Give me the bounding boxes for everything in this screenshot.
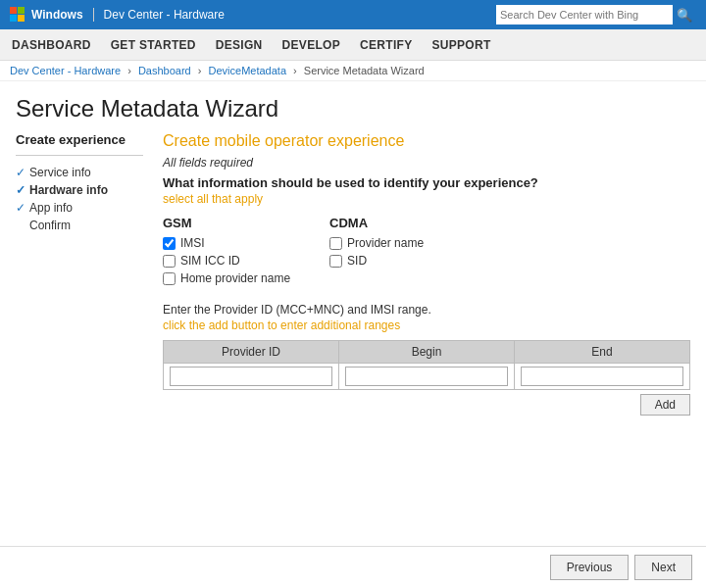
sidebar-label-service: Service info <box>29 166 91 179</box>
sidebar: Create experience ✓ Service info ✓ Hardw… <box>16 132 143 416</box>
nav-dashboard[interactable]: DASHBOARD <box>10 32 93 58</box>
check-icon-confirm: ✓ <box>16 219 25 232</box>
begin-cell <box>339 364 515 390</box>
checkbox-groups: GSM IMSI SIM ICC ID Home provider name C… <box>163 216 690 289</box>
table-input-row <box>164 364 690 390</box>
check-icon-app: ✓ <box>16 201 25 215</box>
cdma-provider-row: Provider name <box>329 236 424 250</box>
provider-id-input[interactable] <box>170 367 332 386</box>
main-layout: Create experience ✓ Service info ✓ Hardw… <box>0 132 706 416</box>
all-fields-required: All fields required <box>163 156 690 170</box>
sidebar-item-app-info[interactable]: ✓ App info <box>16 199 143 217</box>
bottom-bar: Previous Next <box>0 546 706 588</box>
topbar-logo-label: Windows <box>31 8 83 22</box>
search-button[interactable]: 🔍 <box>673 8 696 23</box>
nav-support[interactable]: SUPPORT <box>429 32 492 58</box>
provider-text: Enter the Provider ID (MCC+MNC) and IMSI… <box>163 303 690 317</box>
page-title: Service Metadata Wizard <box>0 81 706 132</box>
gsm-sim-icc-row: SIM ICC ID <box>163 254 290 268</box>
table-header-provider-id: Provider ID <box>164 341 339 364</box>
topbar-logo: Windows <box>10 7 83 23</box>
cdma-sid-row: SID <box>329 254 424 268</box>
svg-rect-0 <box>10 7 17 14</box>
end-input[interactable] <box>521 367 683 386</box>
nav-certify[interactable]: CERTIFY <box>358 32 414 58</box>
search-input[interactable] <box>496 5 673 24</box>
provider-table: Provider ID Begin End <box>163 340 690 390</box>
gsm-group: GSM IMSI SIM ICC ID Home provider name <box>163 216 290 289</box>
gsm-home-provider-label: Home provider name <box>180 271 290 285</box>
gsm-sim-icc-label: SIM ICC ID <box>180 254 240 268</box>
topbar-search-area: 🔍 <box>496 5 696 24</box>
cdma-sid-checkbox[interactable] <box>329 255 342 268</box>
add-range-link[interactable]: click the add button to enter additional… <box>163 318 690 332</box>
breadcrumb: Dev Center - Hardware › Dashboard › Devi… <box>0 61 706 81</box>
sidebar-label-app: App info <box>29 201 73 215</box>
question-label: What information should be used to ident… <box>163 175 690 190</box>
cdma-group: CDMA Provider name SID <box>329 216 424 289</box>
end-cell <box>515 364 690 390</box>
check-icon-service: ✓ <box>16 166 25 179</box>
check-icon-hardware: ✓ <box>16 183 25 197</box>
previous-button[interactable]: Previous <box>550 555 630 580</box>
section-title: Create mobile operator experience <box>163 132 690 150</box>
select-all-link[interactable]: select all that apply <box>163 192 690 206</box>
sidebar-item-service-info[interactable]: ✓ Service info <box>16 164 143 181</box>
cdma-provider-label: Provider name <box>347 236 424 250</box>
cdma-provider-checkbox[interactable] <box>329 237 342 250</box>
svg-rect-1 <box>18 7 25 14</box>
gsm-home-provider-checkbox[interactable] <box>163 272 176 285</box>
topbar-title: Dev Center - Hardware <box>93 8 225 22</box>
gsm-title: GSM <box>163 216 290 230</box>
sidebar-label-confirm: Confirm <box>29 219 71 232</box>
table-header-end: End <box>515 341 690 364</box>
breadcrumb-item-2[interactable]: DeviceMetadata <box>209 65 287 76</box>
begin-input[interactable] <box>345 367 508 386</box>
cdma-title: CDMA <box>329 216 424 230</box>
navbar: DASHBOARD GET STARTED DESIGN DEVELOP CER… <box>0 29 706 61</box>
cdma-sid-label: SID <box>347 254 367 268</box>
gsm-imsi-label: IMSI <box>180 236 205 250</box>
gsm-sim-icc-checkbox[interactable] <box>163 255 176 268</box>
breadcrumb-item-0[interactable]: Dev Center - Hardware <box>10 65 121 76</box>
table-header-begin: Begin <box>339 341 515 364</box>
svg-rect-3 <box>18 15 25 22</box>
windows-logo-icon <box>10 7 25 23</box>
sidebar-divider <box>16 155 143 156</box>
breadcrumb-item-3: Service Metadata Wizard <box>304 65 425 76</box>
gsm-home-provider-row: Home provider name <box>163 271 290 285</box>
sidebar-item-hardware-info[interactable]: ✓ Hardware info <box>16 181 143 199</box>
svg-rect-2 <box>10 15 17 22</box>
provider-id-cell <box>164 364 339 390</box>
add-button[interactable]: Add <box>640 394 690 416</box>
next-button[interactable]: Next <box>634 555 692 580</box>
gsm-imsi-row: IMSI <box>163 236 290 250</box>
sidebar-item-confirm[interactable]: ✓ Confirm <box>16 217 143 234</box>
add-row: Add <box>163 394 690 416</box>
nav-develop[interactable]: DEVELOP <box>280 32 342 58</box>
gsm-imsi-checkbox[interactable] <box>163 237 176 250</box>
sidebar-label-hardware: Hardware info <box>29 183 108 197</box>
sidebar-title: Create experience <box>16 132 143 147</box>
content-area: Create mobile operator experience All fi… <box>163 132 690 416</box>
nav-get-started[interactable]: GET STARTED <box>109 32 198 58</box>
breadcrumb-item-1[interactable]: Dashboard <box>138 65 191 76</box>
nav-design[interactable]: DESIGN <box>214 32 265 58</box>
topbar: Windows Dev Center - Hardware 🔍 <box>0 0 706 29</box>
